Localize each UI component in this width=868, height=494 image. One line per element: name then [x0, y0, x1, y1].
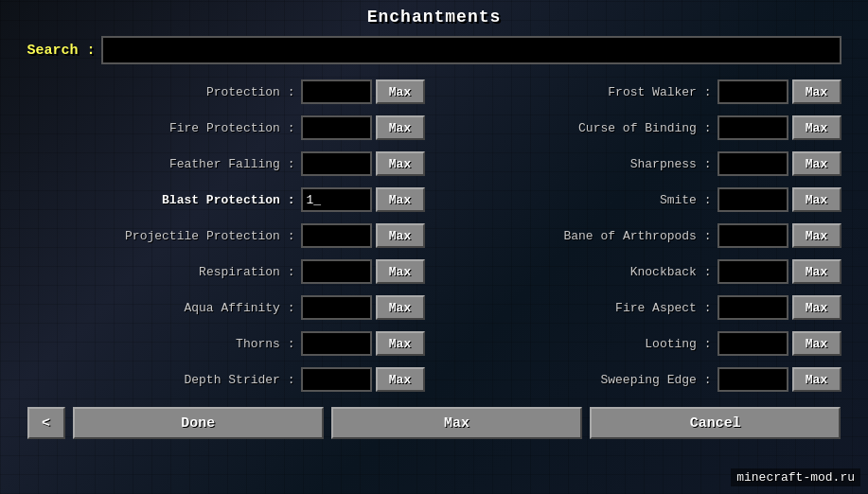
max-btn-projectile-protection[interactable]: Max: [376, 223, 425, 248]
enchant-input-knockback[interactable]: [717, 259, 788, 284]
max-btn-depth-strider[interactable]: Max: [376, 367, 425, 392]
enchant-input-frost-walker[interactable]: [717, 79, 788, 104]
max-all-button[interactable]: Max: [331, 407, 582, 439]
enchant-row-looting: Looting :Max: [444, 327, 841, 360]
enchant-input-feather-falling[interactable]: [301, 151, 372, 176]
enchant-input-looting[interactable]: [717, 331, 788, 356]
search-input[interactable]: [101, 36, 841, 64]
enchant-input-bane-of-arthropods[interactable]: [717, 223, 788, 248]
enchant-input-curse-of-binding[interactable]: [717, 115, 788, 140]
enchant-row-fire-aspect: Fire Aspect :Max: [444, 291, 841, 324]
enchant-label-sweeping-edge: Sweeping Edge :: [444, 373, 717, 387]
watermark: minecraft-mod.ru: [731, 468, 860, 486]
max-btn-curse-of-binding[interactable]: Max: [792, 115, 841, 140]
enchant-row-sweeping-edge: Sweeping Edge :Max: [444, 363, 841, 396]
enchant-label-aqua-affinity: Aqua Affinity :: [27, 301, 301, 315]
enchant-label-depth-strider: Depth Strider :: [27, 373, 301, 387]
prev-button[interactable]: <: [27, 407, 65, 439]
max-btn-looting[interactable]: Max: [792, 331, 841, 356]
enchant-row-blast-protection: Blast Protection :Max: [27, 184, 425, 216]
enchant-label-frost-walker: Frost Walker :: [444, 85, 717, 99]
max-btn-sharpness[interactable]: Max: [792, 151, 841, 176]
enchant-label-blast-protection: Blast Protection :: [27, 193, 301, 207]
enchant-label-looting: Looting :: [444, 337, 717, 351]
search-label: Search :: [27, 43, 96, 59]
cancel-button[interactable]: Cancel: [590, 407, 841, 439]
enchant-input-sweeping-edge[interactable]: [717, 367, 788, 392]
max-btn-fire-protection[interactable]: Max: [376, 115, 425, 140]
enchant-label-protection: Protection :: [27, 85, 301, 99]
enchant-label-fire-protection: Fire Protection :: [27, 121, 301, 135]
enchant-label-projectile-protection: Projectile Protection :: [27, 229, 301, 243]
footer-row: < Done Max Cancel: [27, 407, 841, 439]
max-btn-respiration[interactable]: Max: [376, 259, 425, 284]
max-btn-bane-of-arthropods[interactable]: Max: [792, 223, 841, 248]
enchant-row-knockback: Knockback :Max: [444, 256, 841, 288]
max-btn-aqua-affinity[interactable]: Max: [376, 295, 425, 320]
enchant-label-feather-falling: Feather Falling :: [27, 157, 301, 171]
max-btn-smite[interactable]: Max: [792, 187, 841, 212]
enchant-row-thorns: Thorns :Max: [27, 327, 425, 360]
enchant-input-smite[interactable]: [717, 187, 788, 212]
enchant-label-thorns: Thorns :: [27, 337, 301, 351]
enchant-row-bane-of-arthropods: Bane of Arthropods :Max: [444, 220, 841, 252]
max-btn-fire-aspect[interactable]: Max: [792, 295, 841, 320]
enchant-label-curse-of-binding: Curse of Binding :: [444, 121, 717, 135]
enchant-label-knockback: Knockback :: [444, 265, 717, 279]
enchant-input-fire-protection[interactable]: [301, 115, 372, 140]
enchant-input-projectile-protection[interactable]: [301, 223, 372, 248]
enchant-row-smite: Smite :Max: [444, 184, 841, 216]
enchant-grid: Protection :MaxFrost Walker :MaxFire Pro…: [27, 76, 841, 396]
enchant-row-aqua-affinity: Aqua Affinity :Max: [27, 291, 425, 324]
enchant-label-fire-aspect: Fire Aspect :: [444, 301, 717, 315]
max-btn-blast-protection[interactable]: Max: [376, 187, 425, 212]
enchant-label-respiration: Respiration :: [27, 265, 301, 279]
max-btn-frost-walker[interactable]: Max: [792, 79, 841, 104]
max-btn-sweeping-edge[interactable]: Max: [792, 367, 841, 392]
enchant-label-smite: Smite :: [444, 193, 717, 207]
enchant-row-respiration: Respiration :Max: [27, 256, 425, 288]
enchant-row-projectile-protection: Projectile Protection :Max: [27, 220, 425, 252]
enchant-input-protection[interactable]: [301, 79, 372, 104]
max-btn-knockback[interactable]: Max: [792, 259, 841, 284]
enchant-input-fire-aspect[interactable]: [717, 295, 788, 320]
enchant-input-blast-protection[interactable]: [301, 187, 372, 212]
enchant-label-bane-of-arthropods: Bane of Arthropods :: [444, 229, 717, 243]
main-container: Enchantments Search : Protection :MaxFro…: [27, 0, 841, 447]
enchant-row-frost-walker: Frost Walker :Max: [444, 76, 841, 108]
enchant-input-thorns[interactable]: [301, 331, 372, 356]
max-btn-feather-falling[interactable]: Max: [376, 151, 425, 176]
search-row: Search :: [27, 36, 841, 64]
enchant-input-depth-strider[interactable]: [301, 367, 372, 392]
enchant-row-feather-falling: Feather Falling :Max: [27, 148, 425, 180]
enchant-row-sharpness: Sharpness :Max: [444, 148, 841, 180]
enchant-row-fire-protection: Fire Protection :Max: [27, 112, 425, 144]
max-btn-thorns[interactable]: Max: [376, 331, 425, 356]
done-button[interactable]: Done: [73, 407, 324, 439]
enchant-row-protection: Protection :Max: [27, 76, 425, 108]
page-title: Enchantments: [27, 8, 841, 26]
max-btn-protection[interactable]: Max: [376, 79, 425, 104]
enchant-row-depth-strider: Depth Strider :Max: [27, 363, 425, 396]
enchant-input-sharpness[interactable]: [717, 151, 788, 176]
enchant-row-curse-of-binding: Curse of Binding :Max: [444, 112, 841, 144]
enchant-label-sharpness: Sharpness :: [444, 157, 717, 171]
enchant-input-respiration[interactable]: [301, 259, 372, 284]
enchant-input-aqua-affinity[interactable]: [301, 295, 372, 320]
